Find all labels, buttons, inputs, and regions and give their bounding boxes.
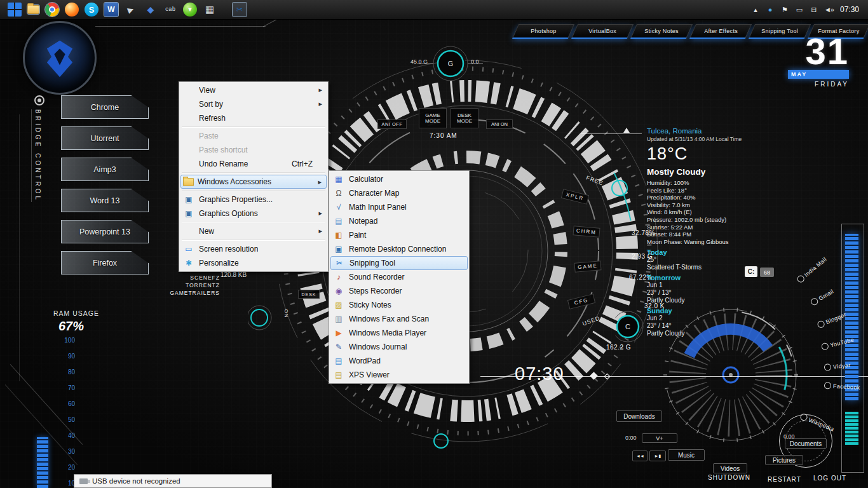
submenu-item-sticky-notes[interactable]: Sticky Notes	[330, 298, 468, 312]
weather-detail: Sunrise: 5:22 AM	[647, 224, 780, 231]
word-icon[interactable]	[104, 3, 118, 17]
context-menu-item-view[interactable]: View	[180, 83, 327, 97]
dock-tab-photshop[interactable]: Photshop	[512, 24, 574, 39]
menu-item-label: Windows Media Player	[349, 329, 463, 337]
menu-item-label: Paint	[349, 231, 463, 240]
left-link-scenefz[interactable]: SCENEFZ	[159, 274, 220, 281]
previous-button[interactable]	[632, 451, 648, 461]
play-pause-button[interactable]	[649, 451, 666, 461]
file-explorer-icon[interactable]	[27, 5, 39, 14]
windows-start-icon[interactable]	[8, 3, 22, 17]
usb-notification[interactable]: USB device not recognized	[74, 474, 272, 488]
hud-button-ani-on[interactable]: ANI ON	[486, 119, 513, 129]
documents-button[interactable]: Documents	[785, 438, 827, 449]
snipping-tool-icon[interactable]	[233, 3, 247, 17]
submenu-item-sound-recorder[interactable]: Sound Recorder	[330, 270, 468, 284]
submenu-item-math-input-panel[interactable]: Math Input Panel	[330, 200, 468, 214]
pictures-button[interactable]: Pictures	[765, 455, 803, 465]
menu-item-label: Personalize	[199, 259, 322, 268]
context-menu-item-refresh[interactable]: Refresh	[180, 111, 327, 125]
taskbar-clock[interactable]: 07:30	[840, 5, 859, 14]
cab-icon[interactable]: cab	[163, 3, 177, 17]
dock-tab-after-effects[interactable]: After Effects	[689, 24, 752, 39]
menu-item-label: Refresh	[199, 114, 322, 123]
hud-button-game-mode[interactable]: GAME MODE	[419, 108, 447, 128]
hud-desk-label: DESK	[298, 290, 320, 299]
downloads-button[interactable]: Downloads	[616, 410, 662, 422]
submenu-item-windows-journal[interactable]: Windows Journal	[330, 340, 468, 354]
date-day: 31	[788, 36, 849, 67]
quick-link-facebook[interactable]: Facebook	[824, 382, 860, 391]
firefox-icon[interactable]	[65, 3, 79, 17]
volume-icon[interactable]	[824, 6, 834, 13]
context-menu-item-new[interactable]: New	[180, 224, 327, 238]
paper-plane-icon[interactable]	[124, 3, 138, 17]
menu-separator	[182, 240, 325, 241]
submenu-item-steps-recorder[interactable]: Steps Recorder	[330, 284, 468, 298]
submenu-item-xps-viewer[interactable]: XPS Viewer	[330, 368, 468, 382]
context-menu-item-graphics-properties[interactable]: Graphics Properties...	[180, 193, 327, 207]
sidebar-app-utorrent[interactable]: Utorrent	[61, 126, 149, 150]
hud-button-ani-off[interactable]: ANI OFF	[377, 119, 407, 129]
sidebar-app-chrome[interactable]: Chrome	[61, 95, 149, 119]
sidebar-app-aimp3[interactable]: Aimp3	[61, 158, 149, 181]
context-menu-item-paste[interactable]: Paste	[180, 129, 327, 143]
ram-scale-label: 60	[53, 400, 75, 416]
graphics-icon	[182, 208, 195, 219]
restart-button[interactable]: RESTART	[768, 476, 801, 483]
dropbox-icon[interactable]	[144, 3, 158, 17]
music-button[interactable]: Music	[668, 449, 705, 461]
apps-grid-icon[interactable]	[203, 3, 217, 17]
logout-button[interactable]: LOG OUT	[813, 475, 846, 482]
tray-expand-icon[interactable]	[751, 6, 760, 14]
dock-tab-virtualbox[interactable]: VirtualBox	[571, 24, 634, 39]
green-app-icon[interactable]	[183, 3, 197, 17]
sidebar-app-word-13[interactable]: Word 13	[61, 189, 149, 212]
submenu-item-paint[interactable]: Paint	[330, 228, 468, 242]
volume-up-button[interactable]: V+	[642, 433, 677, 443]
submenu-item-snipping-tool[interactable]: Snipping Tool	[330, 256, 468, 270]
hud-button-desk-mode[interactable]: DESK MODE	[451, 108, 478, 128]
submenu-item-remote-desktop-connection[interactable]: Remote Desktop Connection	[330, 242, 468, 256]
context-menu-item-graphics-options[interactable]: Graphics Options	[180, 207, 327, 220]
quick-link-gmail[interactable]: Gmail	[810, 287, 835, 306]
shutdown-button[interactable]: SHUTDOWN	[708, 474, 750, 481]
chrome-icon[interactable]	[45, 3, 59, 17]
language-flag-icon[interactable]	[780, 6, 789, 14]
character-map-icon	[332, 188, 345, 198]
submenu-item-character-map[interactable]: Character Map	[330, 186, 468, 200]
submenu-item-windows-fax-and-scan[interactable]: Windows Fax and Scan	[330, 312, 468, 326]
dock-tab-sticky-notes[interactable]: Sticky Notes	[630, 24, 693, 39]
menu-item-label: Paste	[199, 132, 322, 140]
left-link-torrentz[interactable]: TORRENTZ	[159, 281, 220, 289]
hud-value-left: 45.0 G	[410, 58, 428, 65]
left-link-gametrailers[interactable]: GAMETRAILERS	[159, 289, 220, 297]
weather-temperature: 18°C	[647, 144, 780, 164]
menu-item-label: Character Map	[349, 189, 463, 198]
submenu-item-windows-media-player[interactable]: Windows Media Player	[330, 326, 468, 340]
context-menu-item-screen-resolution[interactable]: Screen resolution	[180, 242, 327, 256]
submenu-item-wordpad[interactable]: WordPad	[330, 354, 468, 368]
sidebar-app-powerpoint-13[interactable]: Powerpoint 13	[61, 220, 149, 243]
display-icon[interactable]	[795, 6, 804, 14]
skype-icon[interactable]	[85, 3, 98, 17]
menu-item-label: Notepad	[349, 217, 463, 226]
link-circle-icon	[817, 320, 825, 329]
context-menu-item-undo-rename[interactable]: Undo RenameCtrl+Z	[180, 157, 327, 171]
context-menu-item-windows-accessories[interactable]: Windows Accessories	[180, 175, 327, 189]
tray-icons	[751, 6, 834, 14]
submenu-item-notepad[interactable]: Notepad	[330, 214, 468, 228]
ink-drop-icon[interactable]	[766, 6, 775, 13]
ram-scale-label: 50	[53, 416, 75, 431]
gauge-c-label: C	[625, 323, 630, 330]
sidebar-app-firefox[interactable]: Firefox	[61, 251, 149, 274]
videos-button[interactable]: Videos	[713, 463, 747, 473]
context-menu-item-sort-by[interactable]: Sort by	[180, 97, 327, 111]
hud-value-right: 0.0	[471, 58, 479, 65]
usb-icon[interactable]	[810, 6, 818, 14]
submenu-item-calculator[interactable]: Calculator	[330, 172, 468, 186]
ram-scale-label: 20	[53, 463, 75, 479]
context-menu-item-personalize[interactable]: Personalize	[180, 256, 327, 270]
context-menu-item-paste-shortcut[interactable]: Paste shortcut	[180, 143, 327, 157]
quick-link-india-mail[interactable]: India Mail	[796, 255, 827, 284]
